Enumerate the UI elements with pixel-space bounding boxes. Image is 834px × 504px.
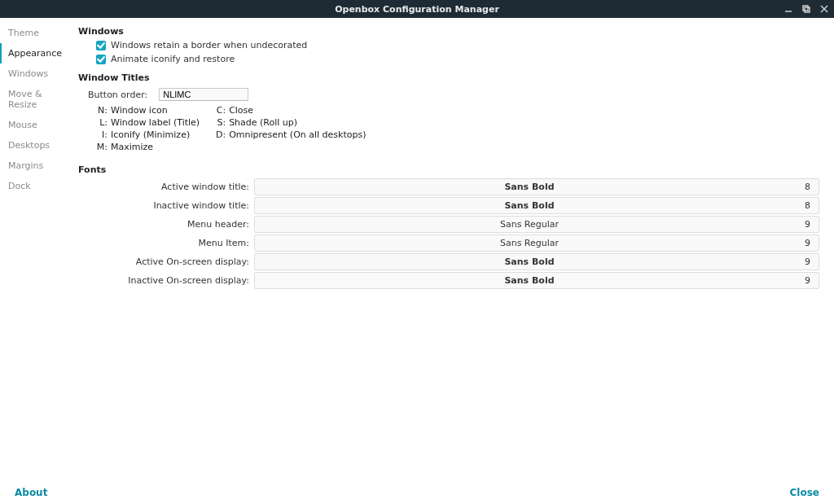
sidebar: Theme Appearance Windows Move & Resize M…	[0, 18, 73, 481]
app-body: Theme Appearance Windows Move & Resize M…	[0, 18, 834, 481]
window-controls	[782, 0, 831, 18]
sidebar-item-theme[interactable]: Theme	[0, 23, 73, 43]
legend-col-1: N:Window icon L:Window label (Title) I:I…	[96, 104, 200, 153]
font-label: Menu Item:	[78, 238, 254, 248]
animate-iconify-label: Animate iconify and restore	[111, 54, 235, 64]
animate-iconify-checkbox[interactable]	[96, 55, 106, 64]
font-row-inactive-window: Inactive window title: Sans Bold 8	[78, 197, 823, 214]
about-link[interactable]: About	[15, 487, 47, 498]
legend-value: Iconify (Minimize)	[111, 129, 190, 140]
font-label: Menu header:	[78, 219, 254, 230]
legend-value: Omnipresent (On all desktops)	[229, 129, 366, 140]
legend-key: I:	[96, 129, 108, 141]
font-button-inactive-osd[interactable]: Sans Bold 9	[254, 272, 819, 289]
legend-key: M:	[96, 141, 108, 153]
legend-value: Maximize	[111, 142, 153, 152]
font-button-active-osd[interactable]: Sans Bold 9	[254, 253, 819, 270]
button-order-row: Button order:	[88, 88, 823, 101]
font-row-active-window: Active window title: Sans Bold 8	[78, 178, 823, 195]
font-name: Sans Bold	[263, 200, 796, 211]
font-size: 9	[796, 219, 810, 230]
font-size: 9	[796, 238, 810, 248]
legend-key: C:	[214, 104, 226, 116]
font-name: Sans Bold	[263, 182, 796, 192]
svg-rect-2	[805, 7, 810, 12]
legend-value: Close	[229, 105, 253, 116]
sidebar-item-appearance[interactable]: Appearance	[0, 43, 73, 64]
button-order-input[interactable]	[159, 88, 248, 101]
footer: About Close	[0, 481, 834, 504]
font-size: 9	[796, 275, 810, 286]
titlebar: Openbox Configuration Manager	[0, 0, 834, 18]
legend-value: Shade (Roll up)	[229, 117, 297, 128]
font-label: Active window title:	[78, 182, 254, 192]
font-size: 8	[796, 182, 810, 192]
font-button-inactive-window[interactable]: Sans Bold 8	[254, 197, 819, 214]
close-icon[interactable]	[818, 2, 831, 15]
font-button-menu-header[interactable]: Sans Regular 9	[254, 216, 819, 233]
minimize-icon[interactable]	[782, 2, 795, 15]
button-legend: N:Window icon L:Window label (Title) I:I…	[96, 104, 823, 153]
font-size: 9	[796, 256, 810, 267]
svg-rect-1	[803, 6, 808, 11]
legend-key: S:	[214, 116, 226, 129]
maximize-icon[interactable]	[800, 2, 813, 15]
font-row-menu-header: Menu header: Sans Regular 9	[78, 216, 823, 233]
sidebar-item-desktops[interactable]: Desktops	[0, 135, 73, 156]
sidebar-item-dock[interactable]: Dock	[0, 176, 73, 196]
sidebar-item-mouse[interactable]: Mouse	[0, 115, 73, 135]
font-label: Inactive On-screen display:	[78, 275, 254, 286]
retain-border-label: Windows retain a border when undecorated	[111, 40, 307, 50]
font-name: Sans Bold	[263, 275, 796, 286]
font-name: Sans Bold	[263, 256, 796, 267]
font-row-menu-item: Menu Item: Sans Regular 9	[78, 234, 823, 252]
animate-iconify-row[interactable]: Animate iconify and restore	[96, 54, 823, 64]
section-fonts-heading: Fonts	[78, 164, 823, 175]
font-size: 8	[796, 200, 810, 211]
section-window-titles-heading: Window Titles	[78, 72, 823, 83]
legend-key: L:	[96, 116, 108, 129]
font-button-menu-item[interactable]: Sans Regular 9	[254, 234, 819, 252]
font-button-active-window[interactable]: Sans Bold 8	[254, 178, 819, 195]
sidebar-item-margins[interactable]: Margins	[0, 156, 73, 176]
retain-border-row[interactable]: Windows retain a border when undecorated	[96, 40, 823, 50]
window-title: Openbox Configuration Manager	[335, 4, 499, 15]
content-panel: Windows Windows retain a border when und…	[73, 18, 834, 481]
legend-value: Window icon	[111, 105, 168, 116]
font-row-active-osd: Active On-screen display: Sans Bold 9	[78, 253, 823, 270]
legend-key: D:	[214, 129, 226, 141]
section-windows-heading: Windows	[78, 26, 823, 37]
button-order-label: Button order:	[88, 90, 147, 100]
font-name: Sans Regular	[263, 238, 796, 248]
font-row-inactive-osd: Inactive On-screen display: Sans Bold 9	[78, 272, 823, 289]
retain-border-checkbox[interactable]	[96, 41, 106, 50]
legend-key: N:	[96, 104, 108, 116]
close-button[interactable]: Close	[790, 487, 819, 498]
font-name: Sans Regular	[263, 219, 796, 230]
legend-value: Window label (Title)	[111, 117, 200, 128]
sidebar-item-move-resize[interactable]: Move & Resize	[0, 84, 73, 115]
font-label: Inactive window title:	[78, 200, 254, 211]
font-label: Active On-screen display:	[78, 256, 254, 267]
sidebar-item-windows[interactable]: Windows	[0, 64, 73, 84]
legend-col-2: C:Close S:Shade (Roll up) D:Omnipresent …	[214, 104, 366, 153]
